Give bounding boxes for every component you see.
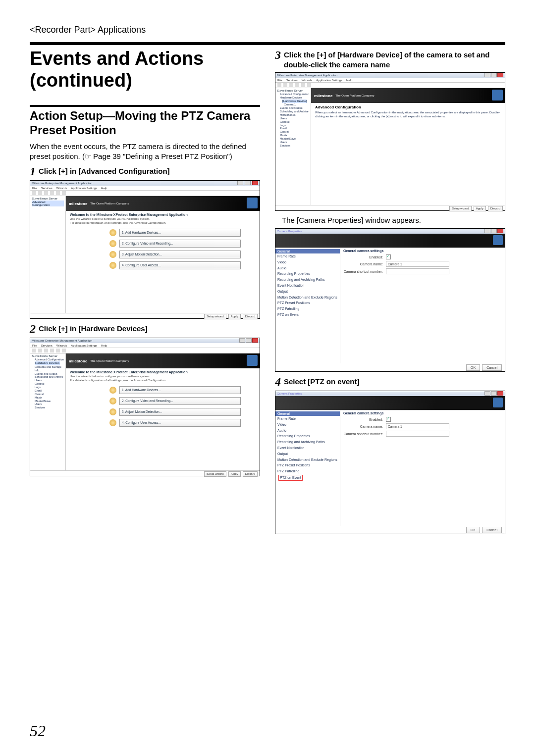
menu-appsettings[interactable]: Application Settings (316, 79, 342, 82)
maximize-icon[interactable] (245, 181, 251, 185)
tree-item-hardware-device[interactable]: [Hardware Device] (282, 100, 307, 103)
camera-name-input[interactable]: Camera 1 (386, 423, 449, 429)
menu-wizards[interactable]: Wizards (56, 187, 67, 190)
nav-item[interactable]: Video (275, 422, 340, 428)
toolbar-icon[interactable] (62, 191, 66, 195)
apply-button[interactable]: Apply (228, 314, 241, 319)
maximize-icon[interactable] (246, 338, 252, 343)
nav-item[interactable]: Motion Detection and Exclude Regions (275, 457, 340, 463)
menu-services[interactable]: Services (41, 344, 53, 347)
nav-tree[interactable]: Surveillance Server Advanced Configurati… (30, 196, 66, 313)
tree-root[interactable]: Surveillance Server (277, 89, 309, 92)
menu-services[interactable]: Services (41, 187, 53, 190)
tree-item-camera[interactable]: Camera 1 (284, 103, 309, 106)
nav-item-ptz-on-event[interactable]: PTZ on Event (278, 475, 303, 481)
tree-item[interactable]: Events and Output (280, 106, 309, 110)
nav-item[interactable]: PTZ Patrolling (275, 306, 340, 312)
nav-item[interactable]: Frame Rate (275, 416, 340, 422)
tree-item[interactable]: Email (280, 127, 309, 130)
close-icon[interactable] (497, 229, 503, 233)
config-video-button[interactable]: 2. Configure Video and Recording... (119, 240, 241, 248)
tree-item[interactable]: General (35, 382, 64, 386)
toolbar-icon[interactable] (38, 191, 42, 195)
nav-item[interactable]: Recording and Archiving Paths (275, 439, 340, 445)
nav-item[interactable]: Recording Properties (275, 271, 340, 277)
menu-file[interactable]: File (277, 79, 282, 82)
maximize-icon[interactable] (491, 229, 497, 233)
nav-tree[interactable]: Surveillance Server Advanced Configurati… (30, 353, 66, 470)
nav-item[interactable]: Motion Detection and Exclude Regions (275, 295, 340, 301)
tree-item[interactable]: Logs (280, 124, 309, 127)
tree-item[interactable]: Services (280, 144, 309, 148)
close-icon[interactable] (252, 338, 258, 343)
menu-services[interactable]: Services (286, 79, 298, 82)
nav-item[interactable]: Output (275, 289, 340, 295)
nav-item[interactable]: Event Notification (275, 445, 340, 451)
tree-item[interactable]: Users (280, 141, 309, 144)
toolbar-icon[interactable] (44, 349, 48, 353)
menu-help[interactable]: Help (101, 187, 107, 190)
tree-item[interactable]: Central (35, 393, 64, 396)
menu-help[interactable]: Help (346, 79, 352, 82)
enabled-checkbox[interactable] (386, 254, 391, 259)
toolbar-icon[interactable] (38, 349, 42, 353)
user-access-button[interactable]: 4. Configure User Access... (119, 261, 241, 269)
menu-file[interactable]: File (32, 344, 37, 347)
discard-button[interactable]: Discard (243, 314, 258, 319)
tree-item[interactable]: Matrix (280, 134, 309, 137)
tree-item-advanced-config[interactable]: Advanced Configuration (280, 93, 309, 96)
minimize-icon[interactable] (484, 229, 490, 233)
nav-item-general[interactable]: General (275, 249, 340, 253)
config-video-button[interactable]: 2. Configure Video and Recording... (119, 397, 241, 405)
tree-item[interactable]: Events and Output (35, 372, 64, 376)
nav-tree[interactable]: Surveillance Server Advanced Configurati… (275, 88, 311, 205)
tree-item-hardware-devices[interactable]: Hardware Devices (280, 96, 309, 100)
menu-appsettings[interactable]: Application Settings (71, 344, 97, 347)
nav-item[interactable]: PTZ Preset Positions (275, 300, 340, 306)
tree-root[interactable]: Surveillance Server (32, 197, 64, 200)
apply-button[interactable]: Apply (474, 206, 486, 211)
nav-item[interactable]: PTZ Patrolling (275, 468, 340, 474)
tree-item[interactable]: Users (280, 117, 309, 120)
toolbar-icon[interactable] (50, 349, 54, 353)
nav-item[interactable]: Video (275, 259, 340, 265)
cancel-button[interactable]: Cancel (482, 364, 502, 371)
tree-item[interactable]: Master/Slave (280, 137, 309, 141)
toolbar-icon[interactable] (277, 83, 281, 87)
toolbar-icon[interactable] (44, 191, 48, 195)
toolbar-icon[interactable] (50, 191, 54, 195)
close-icon[interactable] (497, 391, 503, 396)
properties-nav[interactable]: General Frame Rate Video Audio Recording… (275, 410, 340, 526)
minimize-icon[interactable] (239, 338, 245, 343)
shortcut-input[interactable] (386, 431, 449, 437)
toolbar-icon[interactable] (301, 83, 305, 87)
tree-item[interactable]: Master/Slave (35, 400, 64, 403)
motion-detection-button[interactable]: 3. Adjust Motion Detection... (119, 408, 241, 416)
tree-item-advanced-config[interactable]: Advanced Configuration (32, 201, 64, 206)
menu-file[interactable]: File (32, 187, 37, 190)
toolbar-icon[interactable] (56, 191, 60, 195)
tree-item[interactable]: Central (280, 130, 309, 134)
tree-item[interactable]: Email (35, 389, 64, 393)
toolbar-icon[interactable] (283, 83, 287, 87)
ok-button[interactable]: OK (466, 364, 480, 371)
toolbar-icon[interactable] (289, 83, 293, 87)
nav-item-ptz-on-event[interactable]: PTZ on Event (275, 312, 340, 318)
nav-item[interactable]: Output (275, 451, 340, 457)
user-access-button[interactable]: 4. Configure User Access... (119, 419, 241, 427)
toolbar-icon[interactable] (56, 349, 60, 353)
camera-name-input[interactable]: Camera 1 (386, 261, 449, 267)
ok-button[interactable]: OK (466, 527, 480, 533)
properties-nav[interactable]: General Frame Rate Video Audio Recording… (275, 248, 340, 363)
tree-item[interactable]: Users (35, 379, 64, 382)
nav-item[interactable]: PTZ Preset Positions (275, 462, 340, 468)
maximize-icon[interactable] (491, 73, 497, 77)
tree-item[interactable]: Scheduling and Archive (35, 375, 64, 379)
motion-detection-button[interactable]: 3. Adjust Motion Detection... (119, 251, 241, 258)
shortcut-input[interactable] (386, 268, 449, 274)
close-icon[interactable] (252, 181, 258, 185)
nav-item-general[interactable]: General (275, 411, 340, 416)
discard-button[interactable]: Discard (243, 471, 258, 477)
nav-item[interactable]: Event Notification (275, 283, 340, 289)
enabled-checkbox[interactable] (386, 417, 391, 422)
